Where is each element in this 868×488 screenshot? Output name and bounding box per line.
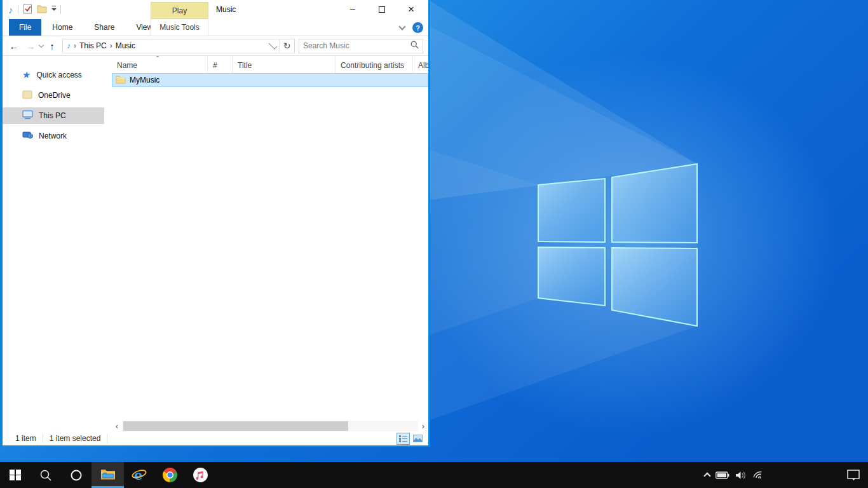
file-name-label: MyMusic [130, 76, 159, 85]
folder-icon [116, 75, 126, 86]
crumb-separator-icon: › [110, 41, 112, 50]
location-music-icon: ♪ [67, 41, 71, 50]
column-header-album[interactable]: Alb [413, 56, 428, 73]
file-explorer-icon [100, 467, 116, 481]
quick-access-toolbar: ♪ [3, 4, 61, 16]
file-list-pane: ˆ Name # Title Contributing artists Alb … [104, 56, 428, 431]
svg-text:e: e [134, 467, 142, 483]
tab-home[interactable]: Home [41, 19, 83, 36]
column-header-name[interactable]: ˆ Name [112, 56, 208, 73]
maximize-icon [379, 6, 385, 13]
minimize-button[interactable]: – [338, 0, 367, 19]
expand-ribbon-chevron-icon[interactable] [398, 23, 405, 30]
column-headers: ˆ Name # Title Contributing artists Alb [112, 56, 428, 73]
main-content: ★ Quick access OneDrive This PC [3, 56, 428, 431]
action-center-icon [847, 470, 860, 481]
wifi-icon[interactable] [752, 471, 764, 480]
status-bar: 1 item 1 item selected [3, 431, 428, 445]
action-center-button[interactable] [839, 462, 868, 488]
cortana-button[interactable] [61, 462, 92, 488]
search-box [299, 39, 423, 53]
sidebar-item-network[interactable]: Network [3, 128, 104, 144]
file-explorer-window: ♪ Play Music – × [0, 0, 430, 447]
help-icon[interactable]: ? [412, 22, 423, 33]
onedrive-folder-icon [22, 90, 32, 101]
sidebar-item-this-pc[interactable]: This PC [3, 107, 104, 124]
logo-pane-bottom-left [538, 247, 605, 306]
address-dropdown-chevron-icon[interactable] [269, 41, 277, 49]
new-folder-icon[interactable] [37, 4, 47, 15]
crumb-separator-icon: › [74, 41, 76, 50]
taskbar-chrome-button[interactable] [154, 462, 185, 488]
start-button[interactable] [0, 462, 31, 488]
logo-pane-top-right [612, 164, 697, 243]
contextual-tab-play[interactable]: Play [151, 2, 208, 19]
window-controls: – × [338, 0, 426, 19]
toolbar-separator [18, 5, 18, 14]
logo-pane-top-left [538, 179, 605, 242]
volume-icon[interactable] [735, 471, 747, 480]
maximize-button[interactable] [367, 0, 397, 19]
this-pc-monitor-icon [22, 110, 33, 121]
system-tray [705, 462, 770, 488]
battery-icon[interactable] [715, 471, 729, 479]
column-header-number[interactable]: # [208, 56, 233, 73]
statusbar-separator [43, 434, 43, 443]
item-count-label: 1 item [15, 434, 36, 443]
desktop: ♪ Play Music – × [0, 0, 868, 488]
horizontal-scrollbar[interactable]: ‹ › [112, 421, 428, 431]
customize-toolbar-caret-icon[interactable] [51, 8, 56, 12]
title-bar[interactable]: ♪ Play Music – × [3, 0, 428, 19]
logo-glow [419, 54, 839, 435]
toolbar-separator [60, 5, 61, 14]
search-input[interactable] [299, 41, 410, 50]
navigation-pane: ★ Quick access OneDrive This PC [3, 56, 104, 431]
file-list: MyMusic [112, 73, 428, 421]
network-computer-icon [22, 130, 33, 142]
up-button[interactable]: ↑ [46, 41, 58, 51]
forward-button[interactable]: → [24, 41, 37, 51]
breadcrumb-music[interactable]: Music [116, 41, 135, 50]
close-button[interactable]: × [397, 0, 426, 19]
magnifier-icon[interactable] [410, 41, 419, 51]
selection-count-label: 1 item selected [50, 434, 101, 443]
taskbar-internet-explorer-button[interactable]: e [124, 462, 154, 488]
ribbon-right-controls: ? [400, 19, 423, 36]
refresh-button[interactable]: ↻ [279, 39, 294, 53]
column-header-contributing-artists[interactable]: Contributing artists [336, 56, 413, 73]
address-bar: ← → ↑ ♪ › This PC › Music ↻ [3, 36, 428, 56]
taskbar-search-button[interactable] [31, 462, 61, 488]
hidden-icons-chevron-icon[interactable] [703, 472, 710, 479]
play-tab-label: Play [172, 6, 187, 15]
breadcrumb-this-pc[interactable]: This PC [79, 41, 107, 50]
scrollbar-track[interactable] [122, 421, 418, 431]
chrome-icon [162, 467, 178, 483]
internet-explorer-icon: e [131, 467, 147, 484]
taskbar: e [0, 462, 868, 488]
details-view-button[interactable] [397, 433, 410, 445]
search-icon [39, 469, 52, 482]
tab-share[interactable]: Share [83, 19, 125, 36]
scrollbar-thumb[interactable] [123, 421, 348, 431]
statusbar-separator [107, 434, 107, 443]
large-icons-view-button[interactable] [411, 433, 424, 445]
quick-access-star-icon: ★ [22, 69, 32, 81]
tab-music-tools[interactable]: Music Tools [151, 19, 208, 36]
scroll-left-arrow-icon[interactable]: ‹ [112, 421, 122, 431]
itunes-icon [193, 467, 208, 483]
file-row-mymusic[interactable]: MyMusic [112, 73, 428, 87]
taskbar-itunes-button[interactable] [185, 462, 215, 488]
close-icon: × [408, 3, 414, 16]
taskbar-file-explorer-button[interactable] [92, 462, 124, 488]
sidebar-item-quick-access[interactable]: ★ Quick access [3, 67, 104, 83]
back-button[interactable]: ← [8, 41, 20, 51]
recent-locations-chevron-icon[interactable] [39, 43, 44, 48]
tab-file[interactable]: File [9, 19, 41, 36]
properties-icon[interactable] [23, 4, 32, 16]
cortana-circle-icon [70, 469, 83, 482]
column-header-title[interactable]: Title [233, 56, 336, 73]
scroll-right-arrow-icon[interactable]: › [418, 421, 428, 431]
address-input[interactable]: ♪ › This PC › Music ↻ [62, 39, 295, 53]
view-toggle-group [397, 433, 424, 445]
sidebar-item-onedrive[interactable]: OneDrive [3, 87, 104, 104]
